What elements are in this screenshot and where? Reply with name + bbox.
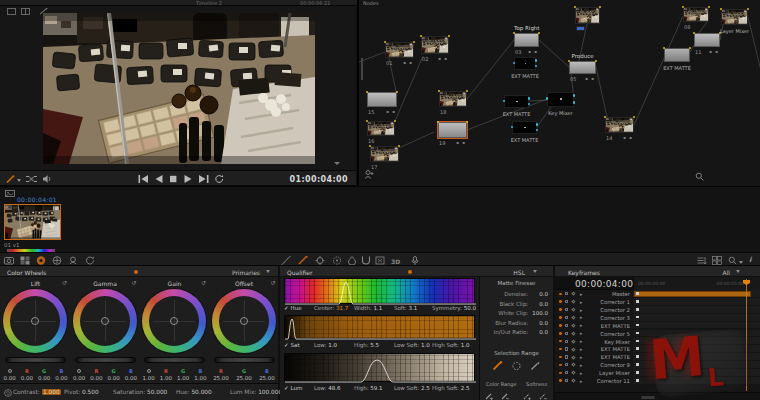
blur-icon[interactable] xyxy=(347,256,357,265)
wheel-center-handle[interactable] xyxy=(240,317,248,325)
keyframe-marker[interactable] xyxy=(636,340,639,343)
track-active-dot[interactable] xyxy=(559,300,562,303)
wheel-ring[interactable] xyxy=(3,289,67,353)
zoom-tool-icon[interactable] xyxy=(695,172,704,181)
audio-mute-icon[interactable] xyxy=(43,175,52,183)
lock-icon[interactable] xyxy=(565,363,568,366)
expand-caret-icon[interactable]: ▸ xyxy=(580,362,583,368)
expand-caret-icon[interactable]: ▸ xyxy=(580,291,583,297)
qualifier-strip-sat[interactable] xyxy=(284,315,475,339)
lock-icon[interactable] xyxy=(565,292,568,295)
track-active-dot[interactable] xyxy=(559,316,562,319)
param-low[interactable]: Low: 48.6 xyxy=(314,385,340,391)
adjust-contrast[interactable]: Contrast: 1.000 xyxy=(13,389,61,395)
play-button[interactable] xyxy=(183,175,194,183)
hdr-grade-icon[interactable] xyxy=(52,256,62,265)
keyframe-diamond-icon[interactable] xyxy=(571,292,575,296)
expand-caret-icon[interactable]: ▸ xyxy=(580,322,583,328)
param-center[interactable]: Center: 31.7 xyxy=(314,305,348,311)
matte-denoise[interactable]: Denoise: 0.0 xyxy=(504,291,548,297)
wheels-mode-select[interactable]: Primaries xyxy=(232,269,260,276)
split-screen-icon[interactable] xyxy=(21,8,30,15)
track-active-dot[interactable] xyxy=(559,348,562,351)
param-low[interactable]: Low: 1.0 xyxy=(314,342,337,348)
expand-caret-icon[interactable]: ▸ xyxy=(580,299,583,305)
sort-icon[interactable] xyxy=(697,256,707,265)
wheel-master-slider[interactable] xyxy=(214,357,275,363)
lock-icon[interactable] xyxy=(565,316,568,319)
param-high-soft[interactable]: High Soft: 1.0 xyxy=(432,342,470,348)
node-scroll-indicator[interactable] xyxy=(361,58,363,80)
grid-view-icon[interactable] xyxy=(712,256,722,265)
param-width[interactable]: Width: 1.1 xyxy=(354,305,382,311)
wheel-master-slider[interactable] xyxy=(5,357,66,363)
expand-caret-icon[interactable]: ▸ xyxy=(580,330,583,336)
expand-caret-icon[interactable]: ▸ xyxy=(580,307,583,313)
picker-subtract-icon[interactable] xyxy=(501,391,510,400)
matte-black-clip[interactable]: Black Clip: 0.0 xyxy=(499,301,548,307)
goto-first-frame-button[interactable] xyxy=(138,175,149,183)
wheel-value[interactable]: 0.00 xyxy=(106,375,122,381)
keyframes-ruler[interactable]: 00:00:00:00 00:00:05:00 xyxy=(633,277,760,290)
wheel-value[interactable]: 0.00 xyxy=(53,375,69,381)
info-icon[interactable]: i xyxy=(749,256,751,264)
track-active-dot[interactable] xyxy=(559,308,562,311)
wheel-reset-icon[interactable]: ↺ xyxy=(270,279,275,286)
matte-blur-radius[interactable]: Blur Radius: 0.0 xyxy=(495,320,548,326)
keyframe-marker[interactable] xyxy=(636,292,639,295)
wheel-center-handle[interactable] xyxy=(101,317,109,325)
wheel-value[interactable]: 0.00 xyxy=(71,375,87,381)
lock-icon[interactable] xyxy=(565,308,568,311)
keyframe-diamond-icon[interactable] xyxy=(571,331,575,335)
track-active-dot[interactable] xyxy=(559,324,562,327)
keyframe-marker[interactable] xyxy=(636,324,639,327)
rgb-mixer-icon[interactable] xyxy=(69,256,79,265)
keyframe-track-corrector-1[interactable]: ▸Corrector 1 xyxy=(555,298,760,306)
keyframe-diamond-icon[interactable] xyxy=(571,323,575,327)
expand-caret-icon[interactable]: ▸ xyxy=(580,338,583,344)
adjust-hue[interactable]: Hue: 50.000 xyxy=(176,389,212,395)
keyframe-diamond-icon[interactable] xyxy=(571,371,575,375)
adjust-lum-mix[interactable]: Lum Mix: 100.000 xyxy=(230,389,282,395)
track-active-dot[interactable] xyxy=(559,372,562,375)
keyframe-diamond-icon[interactable] xyxy=(571,315,575,319)
param-low-soft[interactable]: Low Soft: 1.0 xyxy=(394,342,430,348)
keyframe-marker[interactable] xyxy=(636,379,639,382)
picker-icon[interactable] xyxy=(492,361,503,371)
curves-icon[interactable] xyxy=(281,256,291,265)
param-symmetry[interactable]: Symmetry: 50.0 xyxy=(432,305,476,311)
track-active-dot[interactable] xyxy=(559,356,562,359)
track-active-dot[interactable] xyxy=(559,340,562,343)
keyframe-marker[interactable] xyxy=(636,300,639,303)
picker-add-icon[interactable] xyxy=(485,391,494,400)
expand-caret-icon[interactable]: ▸ xyxy=(580,378,583,384)
sizing-icon[interactable] xyxy=(375,256,385,265)
adjust-saturation[interactable]: Saturation: 50.000 xyxy=(113,389,167,395)
wheel-master-slider[interactable] xyxy=(75,357,136,363)
wheel-center-handle[interactable] xyxy=(31,317,39,325)
param-soft[interactable]: Soft: 3.1 xyxy=(394,305,417,311)
tracker-icon[interactable] xyxy=(332,256,342,265)
clip-thumbnail[interactable] xyxy=(4,204,61,240)
wheel-ring[interactable] xyxy=(212,289,276,353)
wheel-value[interactable]: 1.00 xyxy=(141,375,157,381)
clips-icon[interactable] xyxy=(5,190,15,197)
param-low-soft[interactable]: Low Soft: 2.5 xyxy=(394,385,430,391)
play-reverse-button[interactable] xyxy=(153,175,164,183)
wheel-reset-icon[interactable]: ↺ xyxy=(62,279,67,286)
lock-icon[interactable] xyxy=(565,324,568,327)
wheel-reset-icon[interactable]: ↺ xyxy=(131,279,136,286)
goto-last-frame-button[interactable] xyxy=(198,175,209,183)
wheel-value[interactable]: 1.00 xyxy=(158,375,174,381)
color-wheels-icon[interactable] xyxy=(36,256,46,265)
keyframe-diamond-icon[interactable] xyxy=(571,363,575,367)
keyframe-track-master[interactable]: ▸Master xyxy=(555,290,760,298)
stop-button[interactable] xyxy=(168,175,179,183)
param-high-soft[interactable]: High Soft: 2.5 xyxy=(432,385,470,391)
matte-white-clip[interactable]: White Clip: 100.0 xyxy=(498,310,548,316)
motion-effects-icon[interactable] xyxy=(85,256,95,265)
keyframe-diamond-icon[interactable] xyxy=(571,355,575,359)
adjust-pivot[interactable]: Pivot: 0.500 xyxy=(64,389,99,395)
wheel-value[interactable]: 25.00 xyxy=(259,375,275,381)
qualifier-mode-select[interactable]: HSL xyxy=(513,269,525,276)
